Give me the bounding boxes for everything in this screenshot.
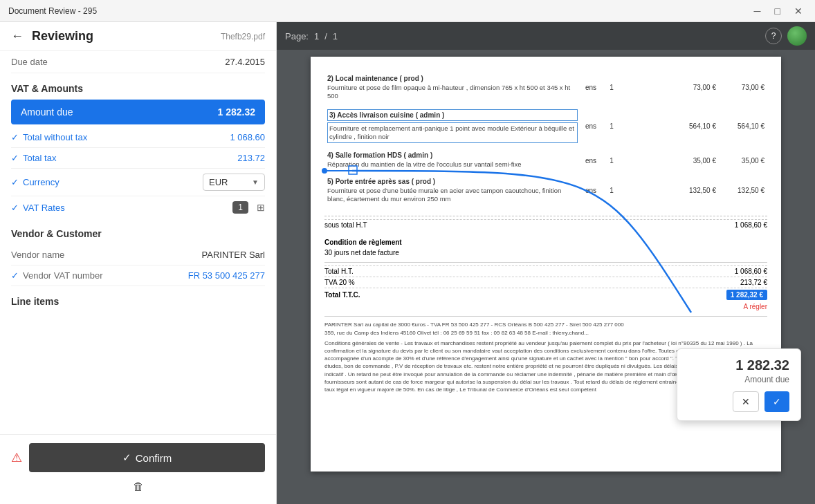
total-ht-row: Total H.T. 1 068,60 € xyxy=(324,265,767,277)
reviewing-title: Reviewing xyxy=(32,29,221,44)
grand-totals-block: Total H.T. 1 068,60 € TVA 20 % 213,72 € … xyxy=(324,262,767,310)
maximize-button[interactable]: □ xyxy=(771,4,785,18)
total-tax-value: 213.72 xyxy=(237,153,265,163)
tva-row: TVA 20 % 213,72 € xyxy=(324,277,767,288)
item3-unit: ens xyxy=(580,108,601,145)
total-ttc-value: 1 282,32 € xyxy=(726,290,767,300)
item2-total: 73,00 € xyxy=(670,73,719,102)
total-ttc-label: Total T.T.C. xyxy=(324,291,360,299)
minimize-button[interactable]: ─ xyxy=(750,4,765,18)
pdf-content[interactable]: 2) Local maintenance ( prod ) Fourniture… xyxy=(277,50,815,504)
file-name: Thefb29.pdf xyxy=(221,32,265,41)
item5-desc: Fourniture et pose d'une butée murale en… xyxy=(327,187,578,204)
pdf-item-5: 5) Porte entrée après sas ( prod ) Fourn… xyxy=(324,176,767,205)
left-panel: ← Reviewing Thefb29.pdf Due date 27.4.20… xyxy=(0,22,277,504)
item5-title: 5) Porte entrée après sas ( prod ) xyxy=(327,178,578,185)
total-without-tax-label: Total without tax xyxy=(23,132,87,142)
window-controls: ─ □ ✕ xyxy=(750,4,807,18)
vendor-vat-number-value: FR 53 500 425 277 xyxy=(188,270,265,281)
item3-qty: 1 xyxy=(601,108,622,145)
currency-check-icon: ✓ xyxy=(11,177,19,187)
dropdown-arrow-icon: ▼ xyxy=(252,178,259,186)
vat-rates-label: VAT Rates xyxy=(23,203,65,213)
item5-unit-price xyxy=(622,176,670,205)
error-icon: ⚠ xyxy=(11,450,22,465)
popup-confirm-button[interactable]: ✓ xyxy=(764,391,789,412)
vat-grid-icon[interactable]: ⊞ xyxy=(257,202,265,213)
due-date-row: Due date 27.4.2015 xyxy=(11,51,265,73)
item3-total: 564,10 € xyxy=(670,108,719,145)
due-date-value: 27.4.2015 xyxy=(225,57,265,67)
amount-popup: 1 282.32 Amount due ✕ ✓ xyxy=(677,348,801,421)
amount-due-row[interactable]: Amount due 1 282.32 xyxy=(11,100,265,124)
help-button[interactable]: ? xyxy=(765,28,782,44)
window-title: Document Review - 295 xyxy=(8,6,97,16)
line-items-label: Line items xyxy=(11,296,59,307)
confirm-button[interactable]: ✓ Confirm xyxy=(29,443,265,472)
item3-title: 3) Accès livraison cuisine ( admin ) xyxy=(327,109,578,121)
total-ht-value: 1 068,60 € xyxy=(735,268,767,275)
total-without-tax-check-icon: ✓ xyxy=(11,132,19,142)
item2-unit: ens xyxy=(580,73,601,102)
item4-unit: ens xyxy=(580,150,601,170)
pdf-toolbar: Page: 1 / 1 ? xyxy=(277,22,815,50)
popup-cancel-button[interactable]: ✕ xyxy=(733,391,759,412)
delete-icon[interactable]: 🗑 xyxy=(133,480,144,493)
item4-desc: Réparation du maintien de la vitre de l'… xyxy=(327,160,578,169)
sous-total-label: sous total H.T xyxy=(324,221,367,229)
popup-amount: 1 282.32 xyxy=(688,357,789,373)
total-tax-check-icon: ✓ xyxy=(11,153,19,163)
tva-label: TVA 20 % xyxy=(324,279,355,286)
item2-qty: 1 xyxy=(601,73,622,102)
condition-title: Condition de règlement xyxy=(324,239,767,246)
item3-desc: Fourniture et remplacement anti-panique … xyxy=(327,122,578,144)
vat-amounts-section-header: VAT & Amounts xyxy=(11,73,265,100)
currency-row: ✓ Currency EUR ▼ xyxy=(11,169,265,196)
page-total: 1 xyxy=(333,31,338,41)
main-layout: ← Reviewing Thefb29.pdf Due date 27.4.20… xyxy=(0,22,815,504)
item4-title: 4) Salle formation HDS ( admin ) xyxy=(327,151,578,159)
confirm-label: Confirm xyxy=(136,452,172,464)
footer-line2: 359, rue du Camp des Indiens 45160 Olive… xyxy=(324,329,767,337)
popup-buttons: ✕ ✓ xyxy=(688,391,789,412)
item5-qty: 1 xyxy=(601,176,622,205)
amount-due-value: 1 282.32 xyxy=(218,106,256,118)
vendor-customer-section-header: Vendor & Customer xyxy=(11,218,265,245)
page-number: 1 xyxy=(314,31,319,41)
vendor-name-label: Vendor name xyxy=(11,250,64,260)
a-regler-text: A régler xyxy=(324,303,767,310)
back-button[interactable]: ← xyxy=(11,29,24,44)
vendor-vat-row: ✓ Vendor VAT number FR 53 500 425 277 xyxy=(11,265,265,286)
vat-rates-controls: 1 ⊞ xyxy=(232,201,265,214)
currency-value: EUR xyxy=(209,177,228,187)
item2-title: 2) Local maintenance ( prod ) xyxy=(327,75,578,82)
total-without-tax-row: ✓ Total without tax 1 068.60 xyxy=(11,127,265,148)
close-button[interactable]: ✕ xyxy=(790,4,807,18)
condition-section: Condition de règlement 30 jours net date… xyxy=(324,239,767,256)
pdf-toolbar-right: ? xyxy=(765,26,807,46)
pdf-item-4: 4) Salle formation HDS ( admin ) Réparat… xyxy=(324,150,767,170)
delete-row: 🗑 xyxy=(11,478,265,496)
sous-total-value: 1 068,60 € xyxy=(735,221,767,229)
pdf-page-info: Page: 1 / 1 xyxy=(285,31,338,41)
vat-rates-row: ✓ VAT Rates 1 ⊞ xyxy=(11,196,265,218)
record-button[interactable] xyxy=(787,26,807,46)
total-without-tax-value: 1 068.60 xyxy=(230,132,265,142)
vendor-vat-label: Vendor VAT number xyxy=(23,270,103,281)
item4-total: 35,00 € xyxy=(670,150,719,170)
total-ht-label: Total H.T. xyxy=(324,268,354,275)
total-tax-row: ✓ Total tax 213.72 xyxy=(11,148,265,169)
sous-total-row: sous total H.T 1 068,60 € xyxy=(324,219,767,230)
currency-dropdown[interactable]: EUR ▼ xyxy=(203,174,265,191)
panel-header: ← Reviewing Thefb29.pdf xyxy=(0,22,276,51)
amount-due-label: Amount due xyxy=(21,106,73,118)
item5-total2: 132,50 € xyxy=(719,176,767,205)
total-ttc-row: Total T.T.C. 1 282,32 € xyxy=(324,288,767,301)
confirm-checkmark-icon: ✓ xyxy=(122,451,131,464)
page-separator: / xyxy=(324,31,327,41)
totals-area: sous total H.T 1 068,60 € xyxy=(324,216,767,230)
vendor-vat-check-icon: ✓ xyxy=(11,270,19,281)
popup-label: Amount due xyxy=(688,375,789,384)
item4-unit-price xyxy=(622,150,670,170)
condition-text: 30 jours net date facture xyxy=(324,249,767,256)
